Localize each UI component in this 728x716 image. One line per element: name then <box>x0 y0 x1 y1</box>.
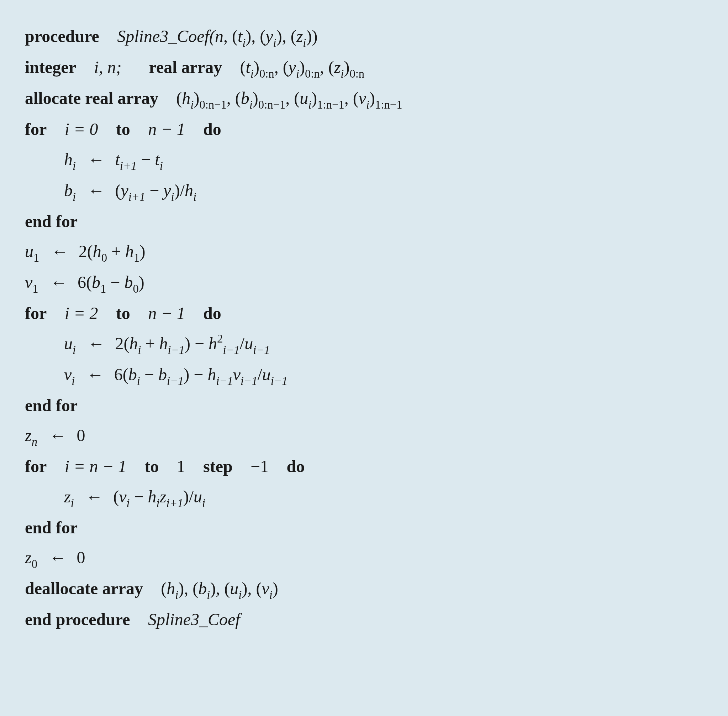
proc-name: Spline3_Coef <box>117 27 209 46</box>
for-loop-3: for i = n − 1 to 1 step −1 do <box>25 452 703 481</box>
kw-allocate: allocate real array <box>25 89 158 108</box>
decl-line-2: allocate real array (hi)0:n−1, (bi)0:n−1… <box>25 83 703 114</box>
end-for-2: end for <box>25 391 703 420</box>
kw-procedure: procedure <box>25 27 99 46</box>
int-vars: i, n; <box>94 58 121 77</box>
arg-t: t <box>238 27 242 46</box>
kw-real-array: real array <box>149 58 222 77</box>
end-for-1: end for <box>25 206 703 237</box>
assign-zi: zi ← (vi − hizi+1)/ui <box>25 482 703 513</box>
assign-arrow-icon: ← <box>80 144 110 174</box>
kw-integer: integer <box>25 58 76 77</box>
assign-zn: zn ← 0 <box>25 420 703 452</box>
end-procedure: end procedure Spline3_Coef <box>25 605 703 634</box>
pseudocode-block: procedure Spline3_Coef(n, (ti), (yi), (z… <box>0 0 728 656</box>
kw-end-procedure: end procedure <box>25 610 130 629</box>
assign-h: hi ← ti+1 − ti <box>25 144 703 176</box>
dealloc-line: deallocate array (hi), (bi), (ui), (vi) <box>25 573 703 605</box>
arg-y: y <box>265 27 273 46</box>
proc-header: procedure Spline3_Coef(n, (ti), (yi), (z… <box>25 21 703 52</box>
kw-dealloc: deallocate array <box>25 579 143 598</box>
assign-vi: vi ← 6(bi − bi−1) − hi−1vi−1/ui−1 <box>25 360 703 391</box>
arg-z: z <box>297 27 303 46</box>
assign-ui: ui ← 2(hi + hi−1) − h2i−1/ui−1 <box>25 329 703 360</box>
for-loop-2: for i = 2 to n − 1 do <box>25 298 703 328</box>
kw-for: for <box>25 120 47 138</box>
arg-n: n <box>215 27 224 46</box>
assign-u1: u1 ← 2(h0 + h1) <box>25 237 703 267</box>
for-loop-1: for i = 0 to n − 1 do <box>25 114 703 144</box>
end-for-3: end for <box>25 513 703 543</box>
assign-b: bi ← (yi+1 − yi)/hi <box>25 176 703 206</box>
assign-v1: v1 ← 6(b1 − b0) <box>25 267 703 298</box>
decl-line-1: integer i, n; real array (ti)0:n, (yi)0:… <box>25 52 703 83</box>
assign-z0: z0 ← 0 <box>25 543 703 573</box>
